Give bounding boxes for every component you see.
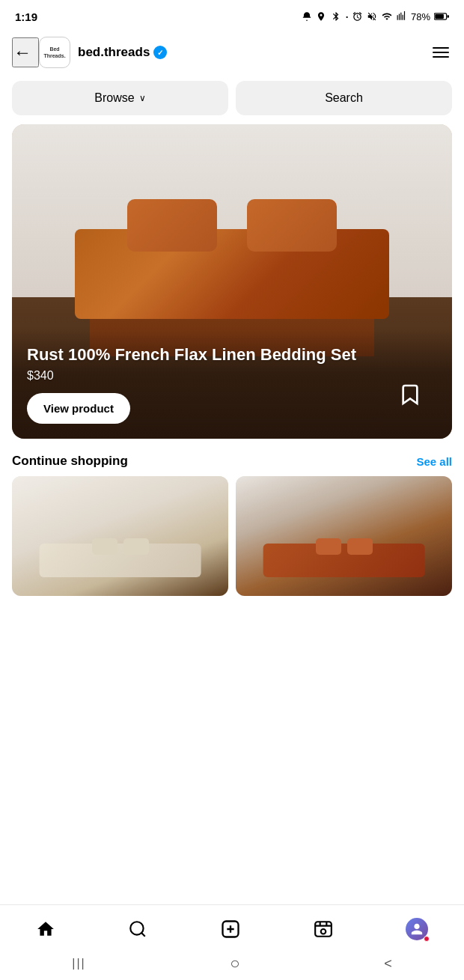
profile-name[interactable]: bed.threads <box>78 45 150 60</box>
thumb-bg-1 <box>12 476 228 596</box>
home-icon <box>36 919 55 939</box>
svg-rect-1 <box>435 14 444 19</box>
thumb-bg-2 <box>236 476 452 596</box>
battery-percent: 78% <box>411 11 430 22</box>
status-time: 1:19 <box>15 10 37 23</box>
notification-dot <box>424 936 430 942</box>
section-title: Continue shopping <box>12 454 128 469</box>
thumb-sheet-1 <box>39 544 201 577</box>
thumb-pillow-2a <box>316 538 341 555</box>
profile-logo: BedThreads. <box>39 37 70 68</box>
bookmark-icon <box>398 380 422 409</box>
view-product-button[interactable]: View product <box>27 393 130 424</box>
menu-line-2 <box>433 52 449 53</box>
system-menu-icon[interactable]: ||| <box>72 957 85 970</box>
pillow-right <box>247 199 337 252</box>
menu-line-3 <box>433 56 449 58</box>
hero-product-card[interactable]: Rust 100% French Flax Linen Bedding Set … <box>12 124 452 439</box>
wifi-icon <box>381 11 393 22</box>
nav-reels[interactable] <box>314 919 333 939</box>
chevron-down-icon: ∨ <box>139 93 146 103</box>
nav-profile[interactable] <box>406 918 428 940</box>
pillow-left <box>127 199 217 252</box>
menu-line-1 <box>433 47 449 49</box>
nav-items <box>0 905 464 950</box>
browse-label: Browse <box>94 91 134 105</box>
bed-scene <box>12 162 452 356</box>
alarm-icon <box>352 11 363 22</box>
nav-home[interactable] <box>36 919 55 939</box>
system-back-icon[interactable]: < <box>384 956 392 972</box>
battery-icon <box>434 12 449 21</box>
bluetooth-icon <box>330 11 342 22</box>
thumb-pillow-1b <box>123 538 149 555</box>
product-grid <box>0 476 464 596</box>
continue-shopping-header: Continue shopping See all <box>0 451 464 476</box>
bed-sheet <box>75 229 389 319</box>
dot-indicator: • <box>346 13 348 20</box>
add-icon <box>220 919 241 940</box>
verified-badge: ✓ <box>153 46 167 59</box>
browse-button[interactable]: Browse ∨ <box>12 81 228 115</box>
thumb-pillow-1a <box>92 538 117 555</box>
action-bar: Browse ∨ Search <box>0 75 464 124</box>
search-icon <box>128 919 147 939</box>
status-bar: 1:19 • 78% <box>0 0 464 30</box>
reels-icon <box>314 919 333 939</box>
signal-icon <box>397 11 407 22</box>
status-icons: • 78% <box>302 11 449 22</box>
product-title: Rust 100% French Flax Linen Bedding Set <box>27 345 437 365</box>
see-all-button[interactable]: See all <box>416 455 452 468</box>
mute-icon <box>367 11 377 22</box>
nav-add[interactable] <box>220 919 241 940</box>
profile-name-wrap: bed.threads ✓ <box>78 45 430 60</box>
bottom-nav: ||| ○ < <box>0 904 464 980</box>
notification-icon <box>302 11 312 22</box>
system-home-icon[interactable]: ○ <box>230 954 239 973</box>
hero-overlay: Rust 100% French Flax Linen Bedding Set … <box>12 330 452 439</box>
svg-point-3 <box>130 922 143 934</box>
system-nav: ||| ○ < <box>0 950 464 980</box>
avatar-icon <box>410 922 424 936</box>
product-thumb-1[interactable] <box>12 476 228 596</box>
app-header: ← BedThreads. bed.threads ✓ <box>0 30 464 75</box>
location-icon <box>316 11 326 22</box>
logo-text: BedThreads. <box>42 44 67 61</box>
thumb-sheet-2 <box>263 544 425 577</box>
menu-button[interactable] <box>430 44 452 61</box>
back-button[interactable]: ← <box>12 37 39 67</box>
nav-search[interactable] <box>128 919 147 939</box>
search-button[interactable]: Search <box>236 81 452 115</box>
product-price: $340 <box>27 369 437 383</box>
search-label: Search <box>325 91 363 105</box>
svg-point-6 <box>321 929 326 934</box>
thumb-pillow-2b <box>347 538 373 555</box>
product-thumb-2[interactable] <box>236 476 452 596</box>
svg-rect-2 <box>448 15 450 17</box>
